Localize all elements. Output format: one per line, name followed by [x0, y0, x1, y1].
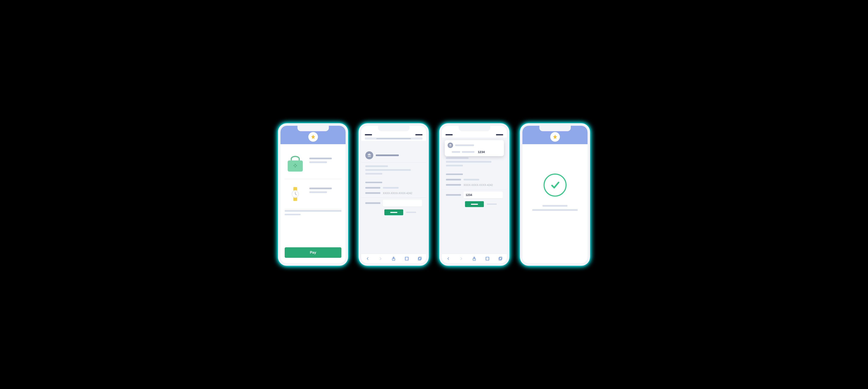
otp-input[interactable]	[383, 200, 422, 206]
svg-rect-15	[499, 257, 502, 259]
star-icon	[552, 134, 558, 140]
bookmarks-icon[interactable]	[485, 256, 490, 261]
pay-button[interactable]: Pay	[285, 247, 341, 258]
cart-item	[285, 179, 341, 209]
cart-item-info	[309, 183, 341, 195]
otp-input[interactable]: 1234	[464, 191, 503, 198]
svg-point-1	[293, 165, 294, 166]
svg-rect-0	[287, 160, 303, 172]
share-icon[interactable]	[391, 256, 396, 261]
phone-success	[520, 123, 590, 266]
notification-otp: 1234	[478, 150, 485, 154]
form-row-code	[365, 200, 422, 206]
submit-button[interactable]	[465, 201, 484, 207]
success-body	[522, 144, 588, 213]
browser-toolbar	[361, 253, 426, 263]
svg-rect-13	[418, 258, 421, 260]
form-row	[365, 187, 422, 189]
phone-notch	[539, 126, 571, 131]
star-icon	[310, 134, 316, 140]
cart-totals	[285, 210, 341, 215]
cart-item	[285, 149, 341, 179]
app-logo	[550, 132, 560, 142]
svg-rect-12	[419, 257, 421, 259]
tabs-icon[interactable]	[417, 256, 422, 261]
form-row-card: XXXX-XXXX-XXXX-4242	[365, 191, 422, 195]
status-indicator	[496, 134, 503, 136]
cancel-link[interactable]	[487, 204, 497, 205]
phone-3ds-filled: 1234 XXXX-XXXX-XXXX-	[439, 123, 509, 266]
phone-notch	[459, 126, 490, 131]
svg-point-3	[294, 164, 296, 165]
forward-icon[interactable]	[378, 256, 383, 261]
forward-icon[interactable]	[459, 256, 464, 261]
bookmarks-icon[interactable]	[404, 256, 409, 261]
form-row-code: 1234	[446, 191, 503, 198]
status-indicator	[365, 134, 372, 136]
browser-toolbar	[442, 253, 507, 263]
share-icon[interactable]	[472, 256, 476, 261]
status-indicator	[445, 134, 453, 136]
bank-icon	[365, 151, 373, 159]
svg-point-2	[296, 165, 297, 166]
success-check-icon	[544, 174, 566, 197]
masked-card: XXXX-XXXX-XXXX-4242	[464, 184, 493, 186]
phones-row: Pay	[278, 123, 590, 266]
back-icon[interactable]	[365, 256, 370, 261]
cancel-link[interactable]	[406, 212, 416, 213]
address-bar[interactable]	[365, 138, 423, 140]
status-indicator	[415, 134, 423, 136]
phone-notch	[378, 126, 409, 131]
otp-notification[interactable]: 1234	[445, 140, 504, 156]
form-row	[446, 179, 503, 180]
cart-body	[280, 144, 346, 222]
product-bag-icon	[285, 153, 306, 174]
product-watch-icon	[285, 183, 306, 204]
app-logo	[308, 132, 318, 142]
cart-item-info	[309, 153, 341, 165]
phone-notch	[298, 126, 329, 131]
success-message	[532, 205, 578, 213]
svg-point-4	[294, 166, 296, 167]
phone-cart: Pay	[278, 123, 348, 266]
submit-button[interactable]	[384, 209, 403, 215]
tabs-icon[interactable]	[498, 256, 503, 261]
auth-page: XXXX-XXXX-XXXX-4242	[361, 141, 426, 253]
svg-rect-16	[499, 258, 501, 260]
bank-icon	[447, 143, 453, 148]
back-icon[interactable]	[446, 256, 451, 261]
masked-card: XXXX-XXXX-XXXX-4242	[383, 192, 412, 195]
form-row-card: XXXX-XXXX-XXXX-4242	[446, 183, 503, 187]
bank-header	[365, 151, 422, 159]
phone-3ds-empty: XXXX-XXXX-XXXX-4242	[359, 123, 429, 266]
